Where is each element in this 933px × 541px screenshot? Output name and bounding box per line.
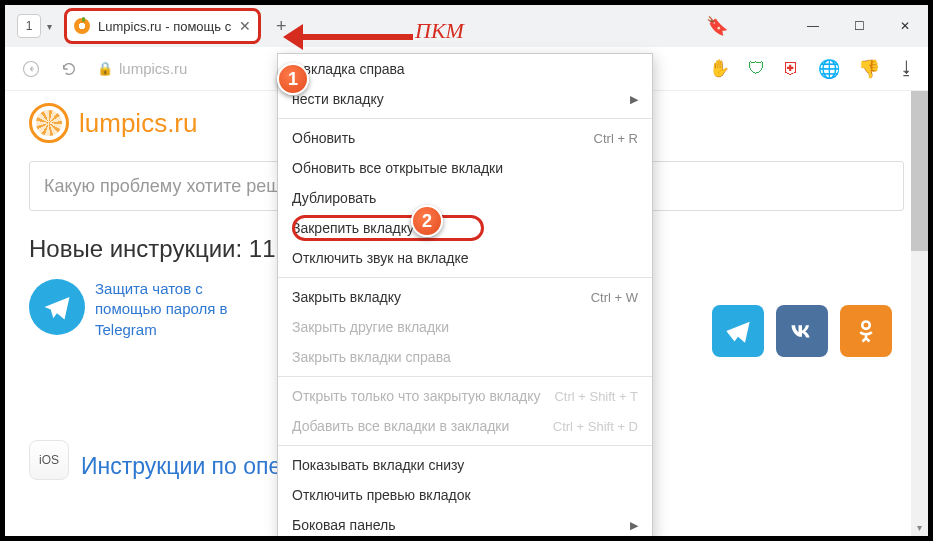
url-text: lumpics.ru [119,60,187,77]
telegram-icon [29,279,85,335]
context-menu-separator [278,445,652,446]
tab-count-button[interactable]: 1 [17,14,41,38]
context-menu-item[interactable]: нести вкладку▶ [278,84,652,114]
submenu-arrow-icon: ▶ [630,519,638,532]
adblock-hand-icon[interactable]: ✋ [709,58,730,79]
context-menu-label: Закрыть вкладку [292,289,401,305]
context-menu-item[interactable]: Показывать вкладки снизу [278,450,652,480]
feedback-icon[interactable]: 👎 [858,58,880,80]
svg-point-1 [862,321,869,328]
telegram-share-button[interactable] [712,305,764,357]
context-menu-label: я вкладка справа [292,61,405,77]
context-menu-item[interactable]: Закрепить вкладку [278,213,652,243]
article-card[interactable]: Защита чатов с помощью пароля в Telegram [29,279,265,340]
tab-context-menu: я вкладка справанести вкладку▶ОбновитьCt… [277,53,653,541]
downloads-icon[interactable]: ⭳ [898,58,916,79]
context-menu-item: Закрыть вкладки справа [278,342,652,372]
translate-icon[interactable]: 🌐 [818,58,840,80]
context-menu-label: Обновить все открытые вкладки [292,160,503,176]
context-menu-label: Закрыть вкладки справа [292,349,451,365]
context-menu-item[interactable]: Отключить звук на вкладке [278,243,652,273]
browser-tab[interactable]: Lumpics.ru - помощь с ✕ [66,10,259,42]
context-menu-separator [278,277,652,278]
context-menu-shortcut: Ctrl + Shift + T [554,389,638,404]
context-menu-shortcut: Ctrl + Shift + D [553,419,638,434]
context-menu-label: Открыть только что закрытую вкладку [292,388,541,404]
context-menu-item: Добавить все вкладки в закладкиCtrl + Sh… [278,411,652,441]
context-menu-item[interactable]: я вкладка справа [278,54,652,84]
context-menu-item[interactable]: ОбновитьCtrl + R [278,123,652,153]
vk-share-button[interactable] [776,305,828,357]
context-menu-label: Отключить звук на вкладке [292,250,469,266]
address-bar[interactable]: 🔒 lumpics.ru [97,60,187,77]
annotation-callout-1: 1 [277,63,309,95]
vertical-scrollbar[interactable]: ▾ [911,91,928,536]
annotation-pkm-label: ПКМ [415,18,464,44]
submenu-arrow-icon: ▶ [630,93,638,106]
ok-share-button[interactable] [840,305,892,357]
context-menu-separator [278,118,652,119]
annotation-callout-2: 2 [411,205,443,237]
reload-button[interactable] [55,55,83,83]
context-menu-item[interactable]: Боковая панель▶ [278,510,652,540]
context-menu-label: Закрыть другие вкладки [292,319,449,335]
context-menu-item: Открыть только что закрытую вкладкуCtrl … [278,381,652,411]
context-menu-label: Добавить все вкладки в закладки [292,418,509,434]
shield-red-icon[interactable]: ⛨ [783,59,800,79]
ios-icon: iOS [29,440,69,480]
context-menu-label: Отключить превью вкладок [292,487,471,503]
context-menu-item[interactable]: Дублировать [278,183,652,213]
tab-title: Lumpics.ru - помощь с [98,19,231,34]
context-menu-label: Дублировать [292,190,376,206]
context-menu-label: Боковая панель [292,517,395,533]
context-menu-label: Закрепить вкладку [292,220,414,236]
new-tab-button[interactable]: + [269,14,293,38]
minimize-button[interactable]: — [790,5,836,47]
close-window-button[interactable]: ✕ [882,5,928,47]
bookmark-icon[interactable]: 🔖 [706,15,728,37]
context-menu-item[interactable]: Закрыть вкладкуCtrl + W [278,282,652,312]
context-menu-separator [278,376,652,377]
orange-slice-icon [29,103,69,143]
context-menu-label: Показывать вкладки снизу [292,457,464,473]
context-menu-shortcut: Ctrl + R [594,131,638,146]
back-button[interactable] [17,55,45,83]
chevron-down-icon[interactable]: ▾ [47,21,52,32]
context-menu-shortcut: Ctrl + W [591,290,638,305]
context-menu-label: Обновить [292,130,355,146]
context-menu-item[interactable]: Отключить превью вкладок [278,480,652,510]
logo-text: lumpics.ru [79,108,197,139]
context-menu-label: нести вкладку [292,91,384,107]
scroll-down-button[interactable]: ▾ [911,519,928,536]
shield-green-icon[interactable]: 🛡 [748,59,765,79]
lock-icon: 🔒 [97,61,113,76]
social-links [712,305,892,357]
scrollbar-thumb[interactable] [911,91,928,251]
context-menu-item[interactable]: Обновить все открытые вкладки [278,153,652,183]
titlebar: 1 ▾ Lumpics.ru - помощь с ✕ + 🔖 — ☐ ✕ [5,5,928,47]
maximize-button[interactable]: ☐ [836,5,882,47]
context-menu-item: Закрыть другие вкладки [278,312,652,342]
article-link[interactable]: Защита чатов с помощью пароля в Telegram [95,279,265,340]
favicon-lumpics-icon [74,18,90,34]
close-tab-icon[interactable]: ✕ [239,18,251,34]
